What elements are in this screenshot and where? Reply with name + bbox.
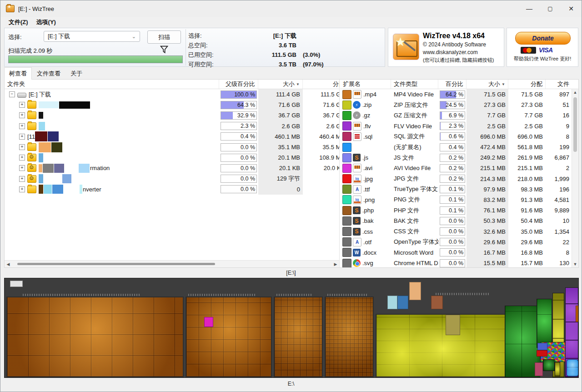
column-header-alloc2[interactable]: 分配 <box>508 80 546 89</box>
table-row[interactable]: +2.3 %2.6 GB2.6 GB <box>5 121 339 131</box>
horizontal-scrollbar[interactable]: ◀ ▶ <box>5 260 339 267</box>
table-row[interactable]: S.jsJS 文件0.2 %249.2 MB261.9 MB6,867 <box>340 152 572 163</box>
table-row[interactable]: .ttfTrueType 字体文0.1 %97.9 MB98.3 MB196 <box>340 184 572 195</box>
scroll-up-icon[interactable]: ▲ <box>572 90 578 95</box>
parent-pct-cell: 0.0 % <box>219 142 258 152</box>
menu-item-0[interactable]: 文件(Z) <box>5 17 32 27</box>
treemap-block-plain[interactable] <box>431 296 443 309</box>
treemap-block-plain[interactable] <box>535 362 543 376</box>
table-row[interactable]: +32.9 %36.7 GB36.7 GB <box>5 110 339 121</box>
tab-关于[interactable]: 关于 <box>65 67 87 80</box>
column-header-folder[interactable]: 文件夹 <box>5 80 219 89</box>
folder-name-cell: +rmation <box>5 163 219 173</box>
table-row[interactable]: +0.0 %35.1 MB35.5 MB <box>5 142 339 152</box>
treemap-block-tiles[interactable] <box>274 297 323 377</box>
table-row[interactable]: .flvFLV Video File2.3 %2.5 GB2.5 GB9 <box>340 121 572 131</box>
treemap-block-plain[interactable] <box>446 315 460 335</box>
table-row[interactable]: −[E:] 下载100.0 %111.4 GB111.5 GB <box>5 89 339 100</box>
expand-icon[interactable]: + <box>19 144 25 150</box>
collapse-icon[interactable]: − <box>9 91 15 97</box>
treemap-block-plain[interactable] <box>409 282 421 300</box>
expand-icon[interactable]: + <box>19 134 25 140</box>
scroll-left-icon[interactable]: ◀ <box>5 262 12 266</box>
tab-树查看[interactable]: 树查看 <box>4 67 32 80</box>
file-type-icon-image <box>353 175 361 183</box>
column-header-size2[interactable]: 大小▼ <box>467 80 508 89</box>
column-header-files[interactable]: 文件 <box>546 80 572 89</box>
column-header-parent-pct[interactable]: 父级百分比 <box>219 80 258 89</box>
treemap-block-plain[interactable] <box>204 317 213 327</box>
donate-button[interactable]: Donate <box>515 32 571 45</box>
treemap-block-tiles[interactable] <box>325 297 374 377</box>
table-row[interactable]: .jpgJPG 文件0.2 %214.3 MB218.0 MB1,999 <box>340 174 572 184</box>
column-header-ext[interactable]: 扩展名 <box>340 80 391 89</box>
expand-icon[interactable]: + <box>19 123 25 129</box>
vertical-scrollbar[interactable]: ▲ ▼ <box>572 89 578 267</box>
table-row[interactable]: W.docxMicrosoft Word0.0 %16.7 MB16.8 MB8 <box>340 247 572 258</box>
table-row[interactable]: .svgChrome HTML D0.0 %15.5 MB15.7 MB130 <box>340 258 572 267</box>
file-type-cell: Microsoft Word <box>391 247 438 258</box>
treemap-block-tiles[interactable] <box>6 297 184 377</box>
scroll-right-icon[interactable]: ▶ <box>332 262 339 266</box>
minimize-button[interactable]: — <box>519 0 540 17</box>
table-row[interactable]: (无扩展名)0.4 %472.4 MB561.8 MB199 <box>340 142 572 152</box>
table-row[interactable]: +64.3 %71.6 GB71.6 GB <box>5 100 339 110</box>
drive-combo[interactable]: [E:] 下载 ⌄ <box>44 31 140 42</box>
column-header-type[interactable]: 文件类型 <box>391 80 438 89</box>
column-header-size[interactable]: 大小▼ <box>258 80 303 89</box>
treemap-block-plain[interactable] <box>387 296 397 309</box>
scan-button[interactable]: 扫描 <box>147 30 181 44</box>
expand-icon[interactable]: + <box>19 165 25 171</box>
tab-文件查看[interactable]: 文件查看 <box>32 67 65 80</box>
table-row[interactable]: .pngPNG 文件0.1 %83.2 MB91.3 MB4,581 <box>340 195 572 205</box>
close-button[interactable]: ✕ <box>561 0 582 17</box>
treemap-block-green[interactable] <box>537 299 552 348</box>
treemap-block-plain[interactable] <box>10 281 23 287</box>
expand-icon[interactable]: + <box>19 186 25 192</box>
filter-icon[interactable] <box>160 45 168 54</box>
treemap-block-tiles[interactable] <box>186 297 272 377</box>
column-header-pct[interactable]: 百分比 <box>438 80 467 89</box>
pct-bar: 0.0 % <box>440 227 465 236</box>
scroll-down-icon[interactable]: ▼ <box>572 262 578 266</box>
table-row[interactable]: ⚡.gzGZ 压缩文件6.9 %7.7 GB7.7 GB16 <box>340 110 572 121</box>
table-row[interactable]: +0.0 %20.1 MB108.9 MB <box>5 152 339 163</box>
table-row[interactable]: S.bakBAK 文件0.0 %50.3 MB50.4 MB10 <box>340 216 572 226</box>
maximize-button[interactable]: ▢ <box>540 0 561 17</box>
expand-icon[interactable]: + <box>19 155 25 161</box>
treemap[interactable]: irs. <box>4 278 579 378</box>
treemap-block-green[interactable] <box>543 359 555 371</box>
treemap-block-plain[interactable] <box>537 343 547 350</box>
treemap-block-plain[interactable] <box>537 350 547 357</box>
treemap-block-yellow[interactable] <box>376 314 506 377</box>
table-row[interactable]: .mp4MP4 Video File64.2 %71.5 GB71.5 GB89… <box>340 89 572 100</box>
table-row[interactable]: +nverter0.0 %0 <box>5 184 339 195</box>
expand-icon[interactable]: + <box>19 102 25 108</box>
treemap-block-plain[interactable] <box>397 296 408 309</box>
table-row[interactable]: +0.0 %129 字节 <box>5 174 339 184</box>
treemap-block-ycol[interactable] <box>555 362 560 377</box>
table-row[interactable]: .otfOpenType 字体文0.0 %29.6 MB29.6 MB22 <box>340 237 572 247</box>
pct-value: 2.3 % <box>241 123 255 129</box>
donate-caption: 帮助我们使 WizTree 更好! <box>507 55 578 62</box>
hscroll-thumb[interactable] <box>17 263 215 265</box>
table-row[interactable]: S.cssCSS 文件0.0 %32.6 MB35.0 MB1,354 <box>340 226 572 236</box>
table-row[interactable]: +[110.4 %460.1 MB460.4 MB <box>5 131 339 142</box>
treemap-block-blue-round[interactable] <box>567 359 578 377</box>
censored-text-block <box>39 112 43 119</box>
expand-icon[interactable]: + <box>19 176 25 182</box>
expand-icon[interactable]: + <box>19 112 25 118</box>
table-row[interactable]: .sqlSQL 源文件0.6 %696.0 MB696.0 MB8 <box>340 131 572 142</box>
table-row[interactable]: ⚡.zipZIP 压缩文件24.5 %27.3 GB27.3 GB51 <box>340 100 572 110</box>
vscroll-thumb[interactable] <box>573 97 577 152</box>
column-header-alloc[interactable]: 分配 <box>303 80 339 89</box>
menu-item-1[interactable]: 选项(Y) <box>33 17 60 27</box>
pct-bar: 0.1 % <box>440 185 465 193</box>
website-link[interactable]: www.diskanalyzer.com <box>423 49 494 55</box>
treemap-block-plain[interactable] <box>576 306 578 322</box>
table-row[interactable]: +rmation0.0 %20.1 KB20.0 KB <box>5 163 339 173</box>
parent-pct-cell: 2.3 % <box>219 121 258 131</box>
treemap-label-smudge <box>188 294 256 296</box>
table-row[interactable]: S.phpPHP 文件0.1 %76.1 MB91.6 MB9,889 <box>340 205 572 216</box>
table-row[interactable]: .aviAVI Video File0.2 %215.1 MB215.1 MB2 <box>340 163 572 173</box>
